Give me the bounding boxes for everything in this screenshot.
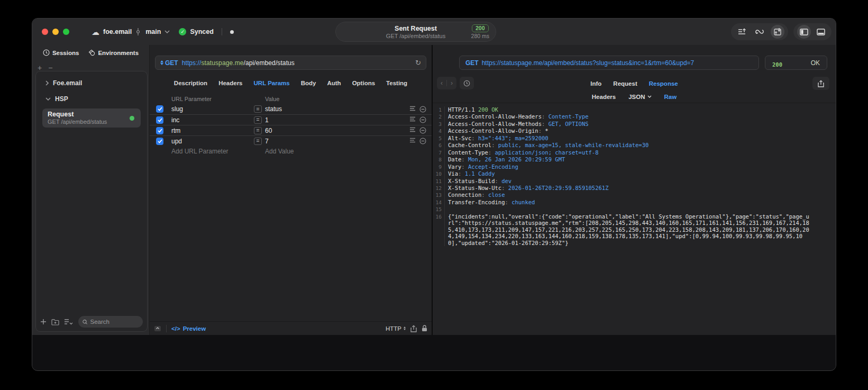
param-name[interactable]: upd (169, 138, 254, 145)
forward-button[interactable]: › (451, 79, 453, 87)
lock-icon[interactable] (422, 325, 427, 332)
line-number: 16 (433, 213, 445, 246)
add-value-placeholder[interactable]: Add Value (254, 148, 401, 155)
line-number: 5 (433, 135, 445, 142)
add-folder-button[interactable] (51, 319, 59, 325)
minimize-window-button[interactable] (52, 29, 59, 35)
chevron-down-icon[interactable] (165, 30, 170, 33)
subtab-raw[interactable]: Raw (664, 94, 677, 100)
param-value[interactable]: status (265, 105, 282, 113)
url-path: /api/embed/status (244, 59, 295, 67)
row-menu-icon[interactable] (409, 106, 416, 111)
param-row[interactable]: upd=7 (150, 135, 432, 146)
remove-session-button[interactable]: − (48, 64, 52, 71)
code-line: 6Cache-Control: public, max-age=15, stal… (433, 142, 836, 149)
row-remove-icon[interactable] (419, 127, 426, 134)
list-options-button[interactable] (64, 319, 74, 325)
sidebar-search[interactable] (78, 316, 143, 328)
url-scheme: https:// (182, 59, 202, 67)
tab-sessions[interactable]: Sessions (43, 49, 79, 56)
zoom-window-button[interactable] (63, 29, 69, 35)
toggle-sidebar-button[interactable] (797, 25, 811, 39)
share-request-button[interactable] (410, 325, 417, 332)
resend-icon[interactable]: ↻ (415, 59, 421, 67)
project-name[interactable]: foe.email (103, 28, 132, 35)
tab-options[interactable]: Options (352, 80, 375, 86)
chevron-right-icon[interactable] (45, 80, 49, 86)
request-list-item-selected[interactable]: Request GET /api/embed/status (42, 108, 141, 128)
sort-requests-button[interactable] (735, 25, 749, 39)
add-session-button[interactable]: + (38, 64, 42, 71)
tab-info[interactable]: Info (590, 80, 601, 87)
row-remove-icon[interactable] (419, 138, 426, 144)
tree-item-hsp[interactable]: HSP (40, 93, 143, 105)
toggle-bottom-panel-button[interactable] (814, 25, 828, 39)
param-checkbox[interactable] (156, 116, 163, 124)
param-checkbox[interactable] (156, 105, 163, 113)
param-value[interactable]: 60 (265, 127, 272, 134)
param-value[interactable]: 7 (265, 138, 269, 145)
tree-item-foe-email[interactable]: Foe.email (40, 77, 143, 89)
status-code-badge: 200 (472, 24, 489, 32)
tab-request[interactable]: Request (613, 80, 637, 87)
tab-url-params[interactable]: URL Params (254, 80, 290, 86)
branch-name[interactable]: main (145, 28, 161, 35)
param-name[interactable]: slug (169, 105, 254, 113)
row-menu-icon[interactable] (409, 127, 416, 132)
url-host: statuspage.me (202, 59, 244, 67)
add-param-placeholder[interactable]: Add URL Parameter (169, 148, 254, 155)
add-param-row[interactable]: Add URL Parameter Add Value (150, 146, 432, 157)
request-url-bar[interactable]: GET https://statuspage.me/api/embed/stat… (155, 56, 426, 70)
param-name[interactable]: inc (169, 116, 254, 124)
close-window-button[interactable] (42, 29, 48, 35)
search-input[interactable] (90, 319, 139, 325)
sync-loop-button[interactable] (753, 25, 766, 39)
tab-description[interactable]: Description (174, 80, 207, 86)
param-checkbox[interactable] (156, 138, 163, 145)
row-remove-icon[interactable] (419, 116, 426, 123)
export-response-button[interactable] (812, 77, 829, 90)
expand-editor-button[interactable] (154, 325, 161, 332)
tab-body[interactable]: Body (301, 80, 316, 86)
param-checkbox[interactable] (156, 127, 163, 134)
tab-response[interactable]: Response (649, 80, 678, 87)
back-button[interactable]: ‹ (441, 79, 443, 87)
request-status-pill[interactable]: Sent Request GET /api/embed/status 200 2… (335, 22, 496, 42)
subtab-headers[interactable]: Headers (592, 94, 616, 100)
param-value[interactable]: 1 (265, 116, 269, 124)
http-version-selector[interactable]: HTTP (386, 325, 406, 332)
toolbar-group-right (793, 23, 832, 40)
chevron-down-icon[interactable] (45, 97, 51, 101)
response-subtabs: Headers JSON Raw (433, 90, 836, 103)
equals-chip-icon: = (254, 105, 262, 113)
line-number: 13 (433, 192, 445, 198)
col-value: Value (254, 96, 401, 102)
row-remove-icon[interactable] (419, 106, 426, 113)
row-menu-icon[interactable] (409, 138, 416, 143)
sent-request-subtitle: GET /api/embed/status (386, 33, 445, 39)
param-row[interactable]: inc=1 (150, 114, 432, 125)
param-name[interactable]: rtm (169, 127, 254, 134)
preview-button[interactable]: </> Preview (171, 325, 206, 332)
subtab-json-label: JSON (628, 94, 645, 100)
tab-testing[interactable]: Testing (386, 80, 407, 86)
clock-icon (463, 80, 470, 87)
import-export-button[interactable] (771, 25, 784, 39)
http-label: HTTP (386, 325, 401, 332)
request-url[interactable]: https://statuspage.me/api/embed/status (182, 59, 295, 67)
add-request-button[interactable] (40, 319, 47, 325)
history-button[interactable] (460, 77, 474, 89)
row-menu-icon[interactable] (409, 116, 416, 122)
param-row[interactable]: slug=status (150, 104, 432, 114)
response-body[interactable]: 1HTTP/1.1 200 OK2Access-Control-Allow-He… (433, 103, 836, 335)
synced-check-icon: ✓ (179, 28, 186, 35)
tab-auth[interactable]: Auth (327, 80, 341, 86)
tab-environments[interactable]: Environments (88, 49, 139, 56)
sync-status[interactable]: Synced (190, 28, 213, 35)
subtab-json[interactable]: JSON (628, 94, 651, 100)
method-selector[interactable]: GET (160, 59, 178, 67)
titlebar-divider (222, 28, 222, 35)
params-header-row: URL Parameter Value (150, 94, 432, 104)
tab-headers[interactable]: Headers (218, 80, 242, 86)
param-row[interactable]: rtm=60 (150, 125, 432, 135)
